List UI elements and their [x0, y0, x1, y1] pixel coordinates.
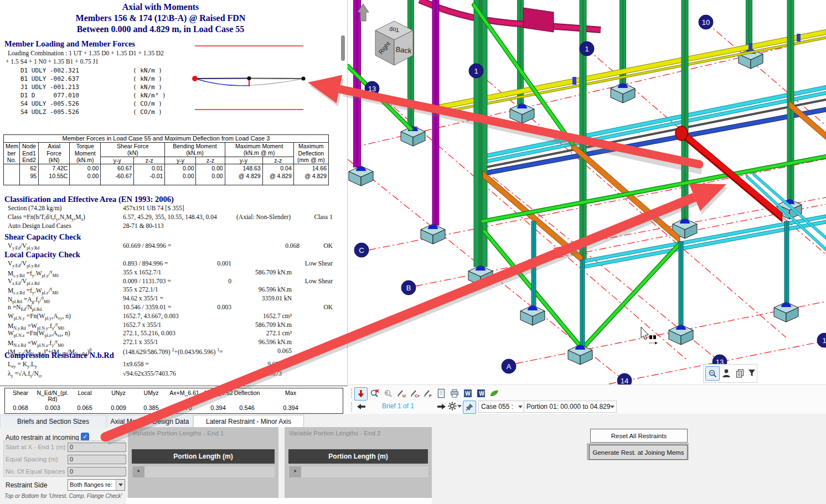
- export-word-alt-icon[interactable]: W: [475, 387, 487, 399]
- grid-node-bubble: A: [502, 359, 516, 373]
- column-magenta: [435, 0, 437, 225]
- column-green: [789, 0, 792, 200]
- view-cube[interactable]: Top Right Back: [375, 21, 413, 65]
- zoom-cancel-icon[interactable]: [369, 387, 381, 399]
- summary-value: 0.546: [233, 404, 261, 411]
- next-brief-icon[interactable]: [435, 401, 447, 413]
- summary-column: Deflection0.546: [233, 388, 261, 413]
- subheader-yy: y-y: [225, 157, 262, 164]
- report-document-icon[interactable]: [435, 387, 447, 399]
- svg-text:10: 10: [702, 18, 710, 27]
- svg-text:1: 1: [585, 45, 588, 53]
- summary-column: Max0.394: [261, 388, 343, 413]
- check-row: Vy.Ed/Vpl.y.Rd0.893 / 894.996 =0.001Low …: [0, 260, 343, 269]
- cell-axial: 7.42C 10.55C: [39, 164, 70, 185]
- check-cell-lbl: Mc.y.Rd =fy.Wpl.y/γM0: [8, 269, 59, 278]
- subheader-yy: y-y: [101, 157, 134, 164]
- equal-spacing-field[interactable]: 0: [68, 455, 126, 464]
- summary-header: Ax+M_6.61: [166, 390, 203, 396]
- beam-cyan-lower[interactable]: [581, 215, 826, 263]
- equal-spaces-field[interactable]: 0: [68, 467, 126, 476]
- check-cell-res: 586.709 kN.m: [209, 321, 292, 328]
- svg-text:F: F: [429, 393, 432, 398]
- beam-cyan-upper[interactable]: [483, 86, 826, 159]
- check-cell-expr: 355 x 1652.7/1: [123, 269, 161, 276]
- portion-grid-row[interactable]: *: [288, 466, 428, 477]
- summary-column: Ax+M_6.610.370: [166, 388, 203, 413]
- equal-spacing-label: Equal Spacing (m): [6, 456, 58, 463]
- portion-lengths-panel-end2: Variable Portion Lengths - End 2 Portion…: [285, 427, 432, 498]
- check-cell-stat: Low Shear: [250, 278, 333, 284]
- summary-header: Deflection: [233, 390, 261, 396]
- restraint-side-dropdown[interactable]: Both flanges re:: [68, 479, 125, 491]
- load-unit: ( kN/m ): [133, 67, 162, 74]
- load-unit: ( CO/m ): [133, 108, 162, 116]
- cell-bending-zz: 0.00 0.00: [196, 164, 225, 185]
- svg-text:13: 13: [368, 85, 376, 93]
- section-heading: Classification and Effective Area (EN 19…: [4, 195, 174, 204]
- column-green: [410, 0, 412, 127]
- check-cell-stat: OK: [250, 242, 333, 249]
- tab-axial-moment-design-data[interactable]: Axial Moment Design Data: [107, 415, 193, 428]
- zoom-previous-icon[interactable]: [382, 387, 394, 399]
- print-icon[interactable]: [448, 387, 461, 399]
- subheader-yy: y-y: [165, 157, 196, 164]
- load-case-dropdown[interactable]: Case 055 :: [478, 401, 525, 413]
- dropdown-caret-icon[interactable]: [116, 480, 125, 490]
- check-cell-lbl: Auto Design Load Cases: [8, 222, 71, 229]
- summary-header: Local: [69, 390, 100, 396]
- start-at-x-field[interactable]: 0: [68, 443, 126, 452]
- check-cell-res: 3359.01 kN: [209, 295, 292, 302]
- tab-briefs-and-section-sizes[interactable]: Briefs and Section Sizes: [0, 415, 106, 428]
- check-cell-res: 96.596 kN.m: [209, 339, 292, 345]
- summary-header: Shear: [5, 390, 36, 396]
- check-cell-res: 0.065: [209, 347, 292, 354]
- portion-grid-row[interactable]: *: [132, 466, 275, 477]
- copy-view-icon[interactable]: [734, 367, 746, 379]
- panel-footer-strip: [126, 498, 432, 504]
- check-cell-lbl: Vy.Ed/Vpl.y.Rd: [8, 242, 39, 251]
- auto-restrain-checkbox[interactable]: ✓: [81, 433, 89, 441]
- check-cell-lbl: λy =√A.fy/Ncr: [8, 370, 42, 378]
- member-red-end-cap: [675, 126, 688, 141]
- eco-leaf-icon[interactable]: [488, 387, 500, 399]
- gear-dropdown-caret-icon[interactable]: [457, 402, 462, 410]
- check-cell-expr: 60.669 / 894.996 =: [123, 242, 171, 249]
- beam-cyan-lower[interactable]: [581, 220, 826, 269]
- beam-cyan-upper[interactable]: [483, 91, 826, 164]
- report-toolbar: UCrFWW Brief 1 of 1 Case 055 : Portion 0…: [348, 385, 826, 414]
- tab-lateral-restraint-minor-axis[interactable]: Lateral Restraint - Minor Axis: [193, 415, 304, 428]
- zoom-window-icon[interactable]: [705, 366, 720, 381]
- cell-deflection: 14.66 @ 4.829: [293, 164, 328, 185]
- column-green: [748, 0, 750, 50]
- check-row: Auto Design Load Cases28-71 & 80-113: [0, 222, 343, 231]
- forces-table-title: Member Forces in Load Case 55 and Maximu…: [4, 135, 329, 143]
- check-cell-expr: 457x191 UB 74 [S 355]: [123, 205, 184, 211]
- export-word-icon[interactable]: W: [462, 387, 474, 399]
- report-scrollbar-thumb[interactable]: [341, 35, 345, 61]
- pen-utilization-icon[interactable]: U: [395, 387, 407, 399]
- check-cell-mid: 0.003: [148, 304, 231, 310]
- svg-text:A: A: [507, 362, 512, 371]
- beam-orange[interactable]: [789, 101, 826, 140]
- pin-brief-icon[interactable]: [463, 401, 476, 414]
- portion-dropdown[interactable]: Portion 01: 00.000 to 04.829: [524, 401, 617, 413]
- baseplate-dome: [781, 303, 791, 307]
- column-green: [684, 0, 686, 220]
- previous-brief-icon[interactable]: [355, 401, 368, 413]
- check-cell-lbl: MN.z.Rd =Wpl.N.z.fy/γM0: [8, 339, 64, 348]
- generate-restraints-button[interactable]: Generate Rest. at Joining Mems: [589, 445, 688, 460]
- load-line: S4 UDLZ -005.526: [20, 108, 79, 116]
- column-teal: [582, 260, 584, 346]
- pen-forces-icon[interactable]: F: [422, 387, 434, 399]
- summary-value: 0.068: [5, 404, 36, 411]
- col-header-axial: Axial Force (kN): [39, 142, 70, 164]
- reset-all-restraints-button[interactable]: Reset All Restraints: [590, 429, 688, 443]
- pen-criteria-icon[interactable]: Cr: [409, 387, 421, 399]
- model-3d-viewport[interactable]: Top Right Back 131110CBA14131: [348, 0, 826, 385]
- toolbar-drag-handle[interactable]: [351, 402, 354, 412]
- member-select-red-arrow-icon[interactable]: [354, 387, 368, 401]
- check-row: Mc.y.Rd =fy.Wpl.y/γM0355 x 1652.7/1586.7…: [0, 269, 343, 278]
- member-info-icon[interactable]: [720, 367, 732, 379]
- filter-icon[interactable]: [746, 367, 758, 379]
